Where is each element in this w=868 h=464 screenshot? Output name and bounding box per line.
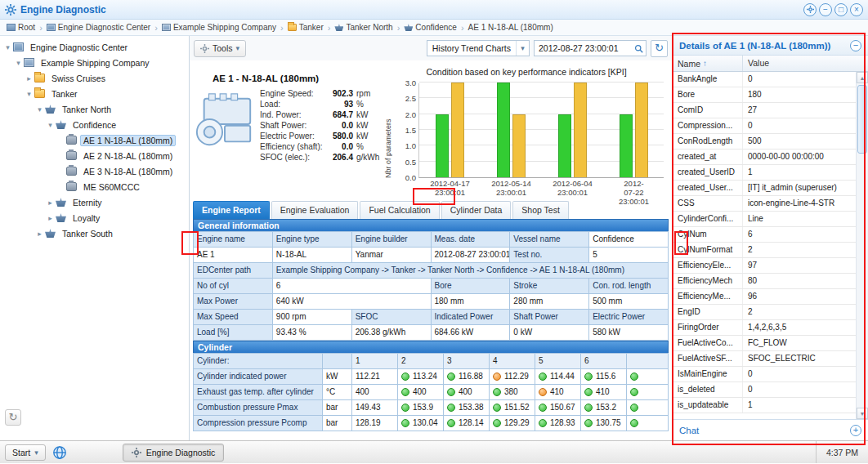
tree-expander-icon[interactable]: ▾ (25, 90, 34, 98)
tree-item-ae-3-n-18-al-180mm[interactable]: ▸AE 3 N-18-AL (180mm) (0, 163, 189, 179)
details-row-comid[interactable]: ComID27 (673, 103, 868, 118)
details-row-name: FuelActiveCo... (673, 336, 743, 350)
details-value-column-header[interactable]: Value (743, 56, 868, 71)
details-row-value: 180 (743, 87, 868, 102)
details-row-created-user[interactable]: created_User...[IT] it_admin (superuser) (673, 181, 868, 196)
details-row-value: icon-engine-Line-4-STR (743, 196, 868, 211)
details-row-fuelactivesf[interactable]: FuelActiveSF...SFOC_ELECTRIC (673, 351, 868, 367)
tree-item-me-s60mccc[interactable]: ▸ME S60MCCC (0, 179, 189, 194)
tree-item-label: AE 2 N-18-AL (180mm) (80, 150, 176, 162)
tab-fuel-calculation[interactable]: Fuel Calculation (360, 201, 439, 219)
tree-item-tanker-south[interactable]: ▸Tanker South (0, 225, 189, 241)
tab-cylinder-data[interactable]: Cylinder Data (441, 201, 512, 219)
history-trend-charts-dropdown[interactable]: History Trend Charts ▾ (427, 40, 530, 56)
details-row-bore[interactable]: Bore180 (673, 87, 868, 103)
details-row-is-deleted[interactable]: is_deleted0 (673, 382, 868, 398)
chevron-down-icon: ▾ (516, 41, 529, 56)
details-row-efficiencymech[interactable]: EfficiencyMech80 (673, 274, 868, 289)
maximize-icon[interactable]: □ (834, 3, 848, 16)
tree-expander-icon[interactable]: ▾ (35, 105, 44, 114)
tree-refresh-button[interactable]: ↻ (5, 409, 21, 426)
details-row-value: 0 (743, 118, 868, 133)
tree-item-engine-diagnostic-center[interactable]: ▾Engine Diagnostic Center (0, 39, 189, 55)
collapse-icon[interactable]: − (850, 40, 861, 51)
tab-engine-evaluation[interactable]: Engine Evaluation (271, 201, 359, 219)
scroll-down-icon[interactable]: ▼ (857, 408, 868, 419)
breadcrumb-item-root[interactable]: Root (5, 23, 37, 32)
scroll-up-icon[interactable]: ▲ (857, 72, 868, 83)
tree-expander-icon[interactable]: ▸ (35, 230, 44, 238)
settings-icon[interactable] (803, 3, 817, 16)
cylinder-value: 129.29 (504, 416, 530, 431)
tree-item-loyalty[interactable]: ▸Loyalty (0, 210, 189, 225)
tab-shop-test[interactable]: Shop Test (512, 201, 569, 219)
details-row-efficiencyme[interactable]: EfficiencyMe...96 (673, 289, 868, 305)
breadcrumb-item-engine-diagnostic-center[interactable]: Engine Diagnostic Center (45, 23, 152, 32)
tree-expander-icon[interactable]: ▾ (3, 43, 12, 51)
details-row-engid[interactable]: EngID2 (673, 305, 868, 320)
details-row-firingorder[interactable]: FiringOrder1,4,2,6,3,5 (673, 320, 868, 336)
chart-bar-green (558, 114, 571, 177)
status-dot-green (401, 388, 409, 396)
start-button[interactable]: Start ▾ (5, 444, 46, 461)
tab-engine-report[interactable]: Engine Report (193, 201, 270, 219)
cylinder-overall-cell (627, 416, 669, 431)
breadcrumb-item-ae-1-n-18-al-180mm[interactable]: AE 1 N-18-AL (180mm) (467, 23, 555, 32)
details-name-column-header[interactable]: Name ↑ (673, 56, 743, 71)
details-row-cylnumformat[interactable]: CylNumFormat2 (673, 243, 868, 258)
details-row-ismainengine[interactable]: IsMainEngine0 (673, 367, 868, 382)
scrollbar-thumb[interactable] (857, 85, 867, 154)
details-scrollbar[interactable]: ▲ ▼ (856, 72, 868, 419)
cylinder-value: 116.88 (459, 369, 483, 384)
breadcrumb-item-confidence[interactable]: Confidence (402, 23, 459, 32)
add-icon[interactable]: + (850, 425, 861, 436)
details-row-fuelactiveco[interactable]: FuelActiveCo...FC_FLOW (673, 336, 868, 351)
details-row-cylinderconfi[interactable]: CylinderConfi...Line (673, 212, 868, 227)
cylinder-value: 128.19 (356, 416, 381, 431)
details-row-created-at[interactable]: created_at0000-00-00 00:00:00 (673, 149, 868, 165)
tree-item-confidence[interactable]: ▾Confidence (0, 117, 189, 132)
tree-item-tanker-north[interactable]: ▾Tanker North (0, 101, 189, 117)
details-row-is-updateable[interactable]: is_updateable1 (673, 398, 868, 413)
cylinder-value-cell: 153.38 (444, 400, 490, 416)
tree-item-example-shipping-company[interactable]: ▾Example Shipping Company (0, 55, 189, 70)
tree-expander-icon[interactable]: ▸ (46, 199, 55, 207)
cylinder-value: 400 (459, 385, 472, 399)
globe-button[interactable] (51, 444, 69, 462)
refresh-button[interactable]: ↻ (651, 40, 668, 57)
details-row-css[interactable]: CSSicon-engine-Line-4-STR (673, 196, 868, 212)
details-row-value: Line (743, 212, 868, 226)
tree-item-swiss-cruises[interactable]: ▸Swiss Cruises (0, 70, 189, 86)
details-row-cylnum[interactable]: CylNum6 (673, 227, 868, 243)
taskbar-app-button[interactable]: Engine Diagnostic (123, 444, 225, 462)
details-row-created-userid[interactable]: created_UserID1 (673, 165, 868, 181)
details-row-conrodlength[interactable]: ConRodLength500 (673, 134, 868, 149)
details-row-value: 97 (743, 258, 868, 273)
tree-item-label: Swiss Cruises (48, 73, 109, 84)
tree-expander-icon[interactable]: ▾ (46, 121, 55, 129)
tree-item-ae-2-n-18-al-180mm[interactable]: ▸AE 2 N-18-AL (180mm) (0, 148, 189, 163)
breadcrumb-item-tanker-north[interactable]: Tanker North (333, 23, 394, 32)
status-dot-green (401, 419, 409, 427)
breadcrumb-item-tanker[interactable]: Tanker (286, 23, 325, 32)
chat-label[interactable]: Chat (679, 426, 850, 435)
general-info-cell: AE 1 (194, 248, 273, 263)
cylinder-table: Cylinder:123456Cylinder indicated powerk… (193, 353, 669, 431)
search-icon[interactable] (631, 44, 646, 53)
tree-item-tanker[interactable]: ▾Tanker (0, 86, 189, 101)
tree-expander-icon[interactable]: ▸ (46, 214, 55, 222)
details-row-efficiencyele[interactable]: EfficiencyEle...97 (673, 258, 868, 274)
details-row-compression[interactable]: Compression...0 (673, 118, 868, 134)
details-row-bankangle[interactable]: BankAngle0 (673, 72, 868, 87)
datetime-input[interactable] (535, 43, 631, 53)
close-icon[interactable]: × (850, 3, 863, 16)
tools-button[interactable]: Tools ▾ (194, 40, 246, 57)
tree-item-ae-1-n-18-al-180mm[interactable]: ▸AE 1 N-18-AL (180mm) (0, 132, 189, 148)
general-info-cell: 900 rpm (273, 310, 352, 325)
breadcrumb-item-example-shipping-company[interactable]: Example Shipping Company (160, 23, 278, 32)
tree-item-eternity[interactable]: ▸Eternity (0, 194, 189, 210)
cylinder-value: 400 (413, 385, 427, 399)
tree-expander-icon[interactable]: ▸ (25, 74, 34, 83)
minimize-icon[interactable]: − (819, 3, 832, 16)
tree-expander-icon[interactable]: ▾ (14, 59, 23, 67)
